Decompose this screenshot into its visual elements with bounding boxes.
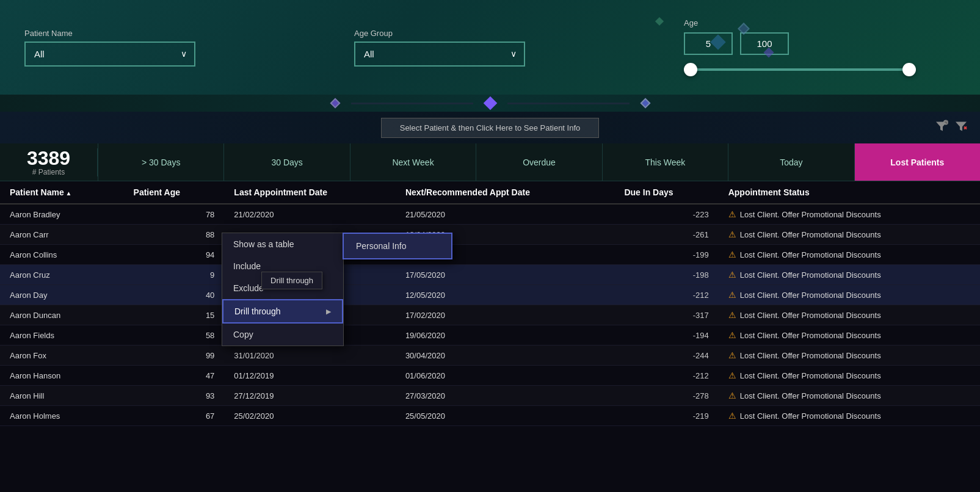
- cell-status: ⚠ Lost Client. Offer Promotional Discoun…: [719, 325, 980, 345]
- cell-name: Aaron Hanson: [0, 366, 124, 386]
- warning-icon: ⚠: [728, 290, 736, 300]
- status-text: Lost Client. Offer Promotional Discounts: [740, 291, 881, 300]
- action-bar: Select Patient & then Click Here to See …: [0, 112, 980, 143]
- cell-last-appt: 01/12/2019: [224, 366, 396, 386]
- patient-info-button[interactable]: Select Patient & then Click Here to See …: [381, 118, 600, 138]
- warning-icon: ⚠: [728, 350, 736, 360]
- table-row[interactable]: Aaron Collins 94 14/06/2020 -199 ⚠ Lost …: [0, 245, 980, 265]
- age-slider[interactable]: [684, 62, 916, 77]
- submenu[interactable]: Personal Info: [343, 233, 452, 259]
- table-row[interactable]: Aaron Fields 58 19/06/2020 -194 ⚠ Lost C…: [0, 325, 980, 345]
- cell-name: Aaron Cruz: [0, 265, 124, 285]
- age-slider-max-thumb[interactable]: [902, 63, 916, 76]
- cell-last-appt: 31/01/2020: [224, 345, 396, 366]
- cell-age: 15: [124, 305, 225, 325]
- patient-name-select[interactable]: All: [24, 42, 195, 67]
- age-slider-min-thumb[interactable]: [684, 63, 697, 76]
- cell-due-days: -212: [614, 366, 718, 386]
- col-patient-age: Patient Age: [124, 181, 225, 204]
- cell-name: Aaron Fox: [0, 345, 124, 366]
- cell-status: ⚠ Lost Client. Offer Promotional Discoun…: [719, 386, 980, 406]
- patient-name-label: Patient Name: [24, 29, 195, 38]
- table-row[interactable]: Aaron Bradley 78 21/02/2020 21/05/2020 -…: [0, 204, 980, 225]
- cell-status: ⚠ Lost Client. Offer Promotional Discoun…: [719, 245, 980, 265]
- table-body: Aaron Bradley 78 21/02/2020 21/05/2020 -…: [0, 204, 980, 426]
- cell-due-days: -261: [614, 225, 718, 245]
- context-exclude[interactable]: Exclude: [222, 277, 343, 299]
- patient-count: 3389: [27, 148, 70, 168]
- table-row[interactable]: Aaron Day 40 12/05/2020 -212 ⚠ Lost Clie…: [0, 285, 980, 305]
- cell-status: ⚠ Lost Client. Offer Promotional Discoun…: [719, 345, 980, 366]
- tab-next-week[interactable]: Next Week: [350, 143, 476, 181]
- context-menu[interactable]: Show as a table Include Exclude Drill th…: [222, 233, 344, 346]
- age-min-input[interactable]: [684, 32, 733, 55]
- table-row[interactable]: Aaron Carr 88 13/04/2020 -261 ⚠ Lost Cli…: [0, 225, 980, 245]
- cell-status: ⚠ Lost Client. Offer Promotional Discoun…: [719, 406, 980, 426]
- tab-30-days-plus[interactable]: > 30 Days: [98, 143, 223, 181]
- table-row[interactable]: Aaron Cruz 9 17/05/2020 -198 ⚠ Lost Clie…: [0, 265, 980, 285]
- table-row[interactable]: Aaron Duncan 15 17/02/2020 -317 ⚠ Lost C…: [0, 305, 980, 325]
- cell-age: 93: [124, 386, 225, 406]
- cell-next-appt: 27/03/2020: [396, 386, 615, 406]
- warning-icon: ⚠: [728, 270, 736, 280]
- context-include[interactable]: Include: [222, 255, 343, 277]
- nav-diamond-3: [640, 98, 650, 109]
- table-header-row: Patient Name Patient Age Last Appointmen…: [0, 181, 980, 204]
- cell-due-days: -194: [614, 325, 718, 345]
- clear-filter-button[interactable]: [954, 120, 968, 136]
- table-row[interactable]: Aaron Holmes 67 25/02/2020 25/05/2020 -2…: [0, 406, 980, 426]
- warning-icon: ⚠: [728, 209, 736, 219]
- status-text: Lost Client. Offer Promotional Discounts: [740, 230, 881, 239]
- cell-status: ⚠ Lost Client. Offer Promotional Discoun…: [719, 204, 980, 225]
- cell-last-appt: 21/02/2020: [224, 204, 396, 225]
- age-group-select[interactable]: All: [354, 42, 525, 67]
- tab-lost-patients[interactable]: Lost Patients: [854, 143, 980, 181]
- cell-status: ⚠ Lost Client. Offer Promotional Discoun…: [719, 285, 980, 305]
- context-show-as-table[interactable]: Show as a table: [222, 233, 343, 255]
- svg-text:⚙: ⚙: [945, 120, 948, 125]
- cell-status: ⚠ Lost Client. Offer Promotional Discoun…: [719, 265, 980, 285]
- cell-name: Aaron Fields: [0, 325, 124, 345]
- status-text: Lost Client. Offer Promotional Discounts: [740, 391, 881, 400]
- context-drill-through[interactable]: Drill through ▶: [222, 299, 343, 324]
- tab-overdue[interactable]: Overdue: [476, 143, 601, 181]
- patient-table: Patient Name Patient Age Last Appointmen…: [0, 181, 980, 426]
- cell-status: ⚠ Lost Client. Offer Promotional Discoun…: [719, 305, 980, 325]
- cell-age: 67: [124, 406, 225, 426]
- cell-due-days: -317: [614, 305, 718, 325]
- cell-due-days: -278: [614, 386, 718, 406]
- warning-icon: ⚠: [728, 230, 736, 239]
- cell-last-appt: 27/12/2019: [224, 386, 396, 406]
- table-row[interactable]: Aaron Hill 93 27/12/2019 27/03/2020 -278…: [0, 386, 980, 406]
- filter-settings-button[interactable]: ⚙: [935, 120, 948, 136]
- warning-icon: ⚠: [728, 391, 736, 400]
- status-text: Lost Client. Offer Promotional Discounts: [740, 210, 881, 219]
- cell-next-appt: 17/05/2020: [396, 265, 615, 285]
- tab-today[interactable]: Today: [728, 143, 854, 181]
- cell-next-appt: 25/05/2020: [396, 406, 615, 426]
- col-appt-status: Appointment Status: [719, 181, 980, 204]
- col-due-days: Due In Days: [614, 181, 718, 204]
- tab-30-days[interactable]: 30 Days: [223, 143, 349, 181]
- cell-age: 78: [124, 204, 225, 225]
- table-row[interactable]: Aaron Fox 99 31/01/2020 30/04/2020 -244 …: [0, 345, 980, 366]
- patient-count-stat: 3389 # Patients: [0, 148, 98, 176]
- table-row[interactable]: Aaron Hanson 47 01/12/2019 01/06/2020 -2…: [0, 366, 980, 386]
- tab-this-week[interactable]: This Week: [602, 143, 728, 181]
- cell-age: 40: [124, 285, 225, 305]
- status-text: Lost Client. Offer Promotional Discounts: [740, 311, 881, 320]
- cell-due-days: -244: [614, 345, 718, 366]
- cell-age: 58: [124, 325, 225, 345]
- patient-table-container: Patient Name Patient Age Last Appointmen…: [0, 181, 980, 492]
- status-text: Lost Client. Offer Promotional Discounts: [740, 351, 881, 360]
- age-filter-label: Age: [684, 18, 916, 27]
- context-copy[interactable]: Copy: [222, 324, 343, 345]
- submenu-personal-info[interactable]: Personal Info: [344, 234, 451, 258]
- cell-name: Aaron Hill: [0, 386, 124, 406]
- cell-age: 9: [124, 265, 225, 285]
- cell-next-appt: 01/06/2020: [396, 366, 615, 386]
- status-text: Lost Client. Offer Promotional Discounts: [740, 371, 881, 380]
- cell-status: ⚠ Lost Client. Offer Promotional Discoun…: [719, 225, 980, 245]
- filter-bar: Patient Name All Age Group All Age: [0, 0, 980, 95]
- cell-next-appt: 17/02/2020: [396, 305, 615, 325]
